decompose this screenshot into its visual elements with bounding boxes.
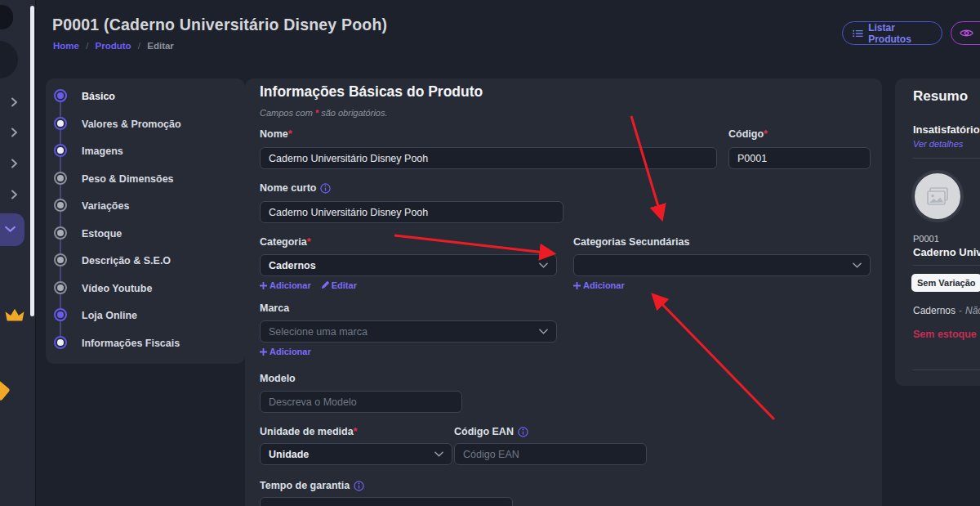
info-icon[interactable]: [354, 481, 364, 491]
step-dot: [54, 226, 67, 240]
step-label: Vídeo Youtube: [82, 283, 152, 294]
ver-detalhes-link[interactable]: Ver detalhes: [913, 139, 963, 149]
step-label: Básico: [82, 91, 115, 102]
sidebar-scrollbar[interactable]: [30, 6, 34, 316]
step-label: Estoque: [82, 228, 122, 240]
step-dot: [54, 281, 67, 294]
stepper-item-variacoes[interactable]: Variações: [0, 198, 199, 214]
info-icon[interactable]: [320, 183, 331, 194]
marca-add-link[interactable]: Adicionar: [260, 347, 311, 356]
step-label: Descrição & S.E.O: [82, 255, 171, 266]
chevron-down-icon: [539, 329, 548, 334]
stepper-item-video[interactable]: Vídeo Youtube: [0, 280, 199, 297]
categoria-label: Categoria*: [260, 236, 311, 248]
stepper-connector: [60, 96, 61, 343]
marca-select[interactable]: Selecione uma marca: [260, 320, 557, 343]
info-icon[interactable]: [518, 427, 528, 437]
stepper-item-estoque[interactable]: Estoque: [0, 226, 199, 242]
step-label: Variações: [82, 200, 129, 212]
stepper-item-peso[interactable]: Peso & Dimensões: [0, 171, 199, 187]
step-dot: [54, 172, 67, 185]
ean-input[interactable]: [454, 443, 647, 465]
step-label: Peso & Dimensões: [82, 173, 174, 185]
modelo-input[interactable]: [260, 391, 462, 413]
stepper-item-descricao[interactable]: Descrição & S.E.O: [0, 253, 199, 269]
stepper-item-loja[interactable]: Loja Online: [0, 307, 199, 324]
summary-title: Resumo: [913, 88, 968, 105]
codigo-label: Código*: [728, 128, 768, 140]
nome-curto-input[interactable]: [260, 201, 564, 223]
unidade-label: Unidade de medida*: [260, 426, 357, 437]
categoria-add-link[interactable]: Adicionar: [260, 280, 311, 290]
product-edit-page: P0001 (Caderno Universitário Disney Pooh…: [0, 0, 980, 506]
modelo-label: Modelo: [260, 373, 296, 384]
listar-produtos-button[interactable]: Listar Produtos: [842, 21, 942, 45]
list-icon: [853, 29, 863, 38]
step-dot: [54, 253, 67, 266]
plus-icon: [260, 282, 267, 289]
breadcrumb-separator: /: [86, 41, 88, 51]
step-label: Loja Online: [82, 310, 137, 321]
step-dot: [54, 117, 67, 130]
listar-produtos-label: Listar Produtos: [868, 22, 932, 45]
nome-curto-label: Nome curto: [260, 182, 331, 194]
step-label: Imagens: [82, 146, 123, 157]
step-label: Informações Fiscais: [82, 338, 180, 349]
breadcrumb-produto[interactable]: Produto: [96, 41, 131, 51]
chevron-down-icon: [539, 262, 548, 268]
summary-product-name: Caderno Universitário Disney Pooh: [913, 246, 980, 258]
categorias-secundarias-label: Categorias Secundárias: [573, 236, 689, 248]
divider: [913, 158, 980, 159]
step-label: Valores & Promoção: [82, 119, 181, 130]
summary-category-line: Cadernos-Não: [913, 305, 980, 316]
stock-status: Sem estoque: [913, 329, 977, 340]
logo-blob: [0, 41, 18, 78]
divider: [913, 265, 980, 266]
nome-label: Nome*: [260, 128, 292, 140]
categoria-select[interactable]: Cadernos: [260, 254, 557, 276]
breadcrumb: Home / Produto / Editar: [53, 41, 174, 51]
preview-button[interactable]: [951, 21, 980, 45]
summary-product-code: P0001: [913, 234, 939, 244]
plus-icon: [573, 282, 581, 289]
marca-label: Marca: [260, 302, 289, 314]
stepper-item-basico[interactable]: Básico: [0, 88, 199, 105]
pencil-icon: [321, 281, 329, 289]
gold-icon-partial[interactable]: [0, 380, 11, 401]
breadcrumb-home[interactable]: Home: [53, 41, 79, 51]
stepper-item-valores[interactable]: Valores & Promoção: [0, 116, 199, 132]
categoria-value: Cadernos: [269, 260, 539, 271]
eye-icon: [960, 28, 973, 38]
step-dot: [54, 89, 67, 102]
summary-badges: Sem Variação: [911, 274, 980, 292]
nome-input[interactable]: [260, 147, 717, 169]
form-title: Informações Básicas do Produto: [260, 83, 483, 101]
product-image-placeholder: [911, 170, 964, 222]
summary-panel: Resumo Insatisfatório Ver detalhes P0001…: [895, 78, 980, 386]
categorias-secundarias-add-link[interactable]: Adicionar: [573, 280, 625, 290]
breadcrumb-separator: /: [138, 41, 140, 51]
page-title: P0001 (Caderno Universitário Disney Pooh…: [52, 16, 387, 34]
marca-placeholder: Selecione uma marca: [269, 326, 539, 338]
ean-label: Código EAN: [454, 426, 528, 437]
codigo-input[interactable]: [728, 147, 871, 169]
logo-pill: [0, 5, 13, 29]
stepper-item-fiscais[interactable]: Informações Fiscais: [0, 335, 199, 352]
step-dot: [54, 336, 67, 349]
image-icon: [927, 187, 948, 205]
divider: [913, 369, 980, 370]
step-dot: [54, 308, 67, 321]
chevron-down-icon: [434, 451, 443, 457]
chevron-right-icon[interactable]: [10, 159, 20, 168]
basic-info-form: Informações Básicas do Produto Campos co…: [245, 78, 882, 506]
garantia-label: Tempo de garantia: [260, 480, 364, 491]
breadcrumb-editar: Editar: [147, 41, 174, 51]
categorias-secundarias-select[interactable]: [573, 254, 871, 276]
step-dot: [54, 199, 67, 212]
stepper-item-imagens[interactable]: Imagens: [0, 143, 199, 159]
chevron-down-icon: [853, 262, 862, 268]
garantia-select[interactable]: [260, 497, 513, 506]
categoria-edit-link[interactable]: Editar: [321, 280, 357, 290]
unidade-select[interactable]: Unidade: [260, 443, 452, 465]
unidade-value: Unidade: [269, 449, 434, 460]
